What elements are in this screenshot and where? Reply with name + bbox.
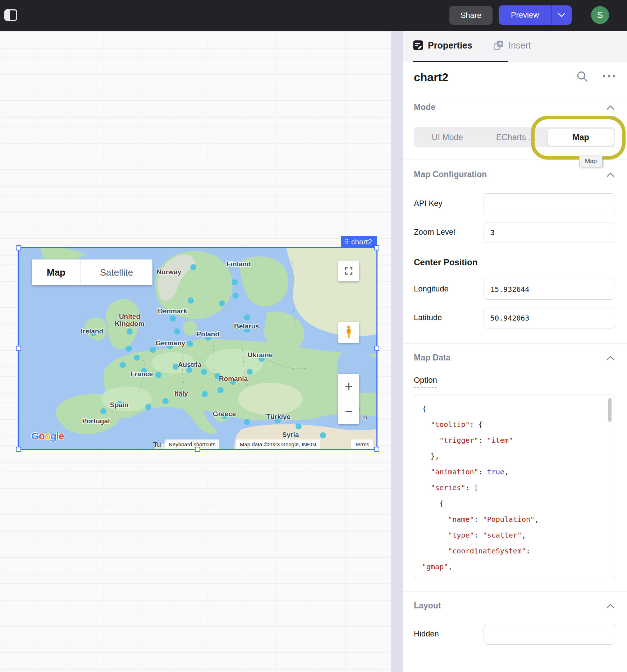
resize-handle-nw[interactable] (16, 245, 21, 250)
map-scatter-point[interactable] (320, 432, 326, 438)
map-data-attribution: Map data ©2023 Google, INEGI (236, 439, 320, 449)
widget-name-tag[interactable]: ⠿ chart2 (341, 236, 377, 248)
chevron-up-icon (606, 355, 615, 361)
map-country-label: Finland (226, 261, 251, 268)
map-scatter-point[interactable] (190, 264, 196, 270)
resize-handle-ne[interactable] (374, 245, 379, 250)
map-config-collapse-button[interactable] (606, 172, 615, 179)
resize-handle-s[interactable] (195, 447, 200, 452)
latitude-input[interactable] (484, 308, 615, 328)
code-line: "coordinateSystem": (422, 543, 615, 559)
preview-dropdown-button[interactable] (551, 5, 572, 25)
center-position-heading: Center Position (414, 257, 477, 267)
map-fullscreen-button[interactable] (338, 261, 359, 281)
pegman-button[interactable] (338, 322, 359, 343)
sidebar-toggle-icon[interactable] (4, 9, 17, 21)
map-config-section-title: Map Configuration (414, 170, 487, 179)
map-scatter-point[interactable] (100, 408, 106, 414)
latitude-label: Latitude (414, 313, 442, 322)
longitude-input[interactable] (484, 279, 615, 300)
map-country-label: Ireland (81, 328, 103, 335)
map-scatter-point[interactable] (233, 293, 239, 299)
map-scatter-point[interactable] (244, 314, 250, 321)
preview-button[interactable]: Preview (499, 5, 551, 25)
map-country-label: Norway (157, 268, 182, 276)
map-country-label: Denmark (158, 308, 187, 315)
mode-option-map-selected[interactable]: Map (548, 129, 614, 146)
resize-handle-sw[interactable] (16, 447, 21, 452)
longitude-label: Longitude (414, 284, 449, 294)
map-data-collapse-button[interactable] (606, 355, 615, 362)
preview-button-group: Preview (499, 5, 572, 25)
resize-handle-se[interactable] (374, 447, 379, 452)
properties-icon (413, 40, 424, 51)
map-type-map-button[interactable]: Map (32, 259, 81, 285)
zoom-level-input[interactable] (484, 222, 615, 243)
layout-section-title: Layout (414, 601, 441, 611)
map-country-label-clipped: Tu (153, 441, 161, 448)
search-button[interactable] (576, 70, 589, 84)
code-line: { (422, 401, 615, 416)
chevron-up-icon (606, 603, 615, 609)
map-country-label: Spain (110, 401, 129, 409)
panel-header: Properties Insert (403, 31, 627, 62)
code-line: "tooltip": { (422, 416, 615, 432)
mode-option-echarts[interactable]: ECharts .. (481, 127, 548, 147)
code-line: { (422, 496, 615, 511)
map-scatter-point[interactable] (296, 423, 302, 429)
terms-link[interactable]: Terms (351, 439, 373, 449)
map-country-label: Türkiye (266, 413, 291, 421)
map-scatter-point[interactable] (187, 341, 193, 347)
chevron-up-icon (606, 172, 615, 178)
mode-option-ui-mode[interactable]: UI Mode (414, 127, 481, 147)
code-line: }, (422, 448, 615, 464)
hidden-input[interactable] (484, 624, 615, 645)
hidden-label: Hidden (414, 629, 439, 639)
option-code-editor[interactable]: { "tooltip": { "trigger": "item" }, "ani… (414, 395, 615, 579)
tab-insert-label: Insert (508, 40, 531, 51)
widget-tag-label: chart2 (351, 238, 372, 246)
map-data-section-title: Map Data (414, 353, 450, 363)
map-country-label: Poland (197, 330, 219, 338)
map-zoom-control: + − (338, 374, 359, 424)
mode-collapse-button[interactable] (606, 105, 615, 112)
resize-handle-w[interactable] (16, 346, 21, 351)
section-divider (403, 343, 627, 344)
map-scatter-point[interactable] (163, 398, 169, 404)
map-type-satellite-button[interactable]: Satellite (81, 259, 152, 285)
zoom-out-button[interactable]: − (338, 399, 359, 424)
api-key-label: API Key (414, 199, 442, 208)
google-logo[interactable]: Google (31, 431, 64, 442)
app-root: Share Preview S ⠿ chart2 (0, 0, 627, 672)
zoom-in-button[interactable]: + (338, 374, 359, 399)
map-scatter-point[interactable] (150, 347, 156, 353)
map-country-label: Austria (178, 361, 201, 369)
map-scatter-point[interactable] (218, 387, 224, 393)
tab-insert[interactable]: Insert (493, 40, 531, 51)
tab-properties[interactable]: Properties (413, 40, 472, 51)
keyboard-shortcuts-link[interactable]: Keyboard shortcuts (165, 439, 219, 449)
resize-handle-e[interactable] (374, 346, 379, 351)
map-country-label: Romania (219, 375, 248, 383)
map-scatter-point[interactable] (155, 372, 161, 378)
avatar[interactable]: S (591, 6, 609, 24)
zoom-level-label: Zoom Level (414, 227, 455, 237)
code-line: "gmap", (422, 559, 615, 575)
code-scrollbar-thumb[interactable] (608, 398, 612, 422)
share-button[interactable]: Share (449, 6, 493, 25)
map-widget[interactable]: ⠿ chart2 (19, 248, 376, 449)
map-scale-label: m (363, 414, 367, 420)
map-scatter-point[interactable] (170, 316, 176, 322)
map-scatter-point[interactable] (120, 362, 126, 368)
more-options-button[interactable] (601, 74, 617, 80)
canvas-scroll-strip (391, 31, 403, 672)
layout-collapse-button[interactable] (606, 603, 615, 610)
map-country-label: Greece (213, 410, 236, 418)
api-key-input[interactable] (484, 193, 615, 214)
map-scatter-point[interactable] (188, 298, 194, 304)
code-line: "itemStyle": { (422, 575, 615, 579)
top-bar: Share Preview S (0, 0, 627, 31)
map-country-label: France (131, 370, 153, 378)
tab-properties-label: Properties (428, 40, 472, 51)
option-label: Option (414, 376, 437, 388)
